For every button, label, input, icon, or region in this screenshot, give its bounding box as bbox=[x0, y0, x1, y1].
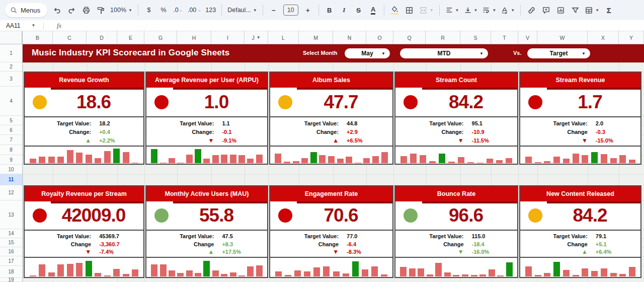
row-header-10[interactable]: 10 bbox=[0, 165, 22, 174]
column-header-M[interactable]: M bbox=[299, 31, 333, 44]
spark-bar bbox=[563, 270, 570, 276]
text-color-button[interactable]: A bbox=[368, 4, 378, 17]
row-header-9[interactable]: 9 bbox=[0, 155, 22, 165]
undo-button[interactable] bbox=[52, 4, 62, 17]
column-header-E[interactable]: E bbox=[117, 31, 144, 44]
bold-button[interactable]: B bbox=[325, 4, 335, 17]
formula-input[interactable] bbox=[61, 20, 644, 31]
month-dropdown[interactable]: May▼ bbox=[345, 48, 390, 58]
decrease-font-size-button[interactable]: − bbox=[269, 4, 279, 17]
row-headers[interactable]: 12345678910111213141516171819 bbox=[0, 44, 23, 282]
compare-dropdown[interactable]: Target▼ bbox=[527, 48, 590, 58]
spark-bar bbox=[479, 274, 486, 276]
row-header-8[interactable]: 8 bbox=[0, 145, 22, 155]
trend-arrow-icon: ▼ bbox=[395, 137, 464, 144]
decrease-decimal-button[interactable]: .0← bbox=[173, 4, 183, 17]
spark-bar bbox=[343, 273, 349, 276]
kpi-sparkline-chart bbox=[520, 257, 640, 277]
font-size-input[interactable]: 10 bbox=[283, 5, 298, 16]
insert-chart-button[interactable] bbox=[555, 4, 566, 17]
row-header-7[interactable]: 7 bbox=[0, 135, 22, 145]
column-header-C[interactable]: C bbox=[53, 31, 87, 44]
row-header-6[interactable]: 6 bbox=[0, 125, 22, 135]
format-currency-button[interactable]: $ bbox=[144, 4, 154, 17]
column-headers[interactable]: BCDEGHIJ▼LMNOQRSTVWXY bbox=[23, 31, 644, 44]
row-header-13[interactable]: 13 bbox=[0, 200, 22, 229]
create-filter-button[interactable] bbox=[570, 4, 580, 17]
spark-bar bbox=[104, 151, 111, 163]
merge-cells-button[interactable]: ▼ bbox=[419, 4, 434, 17]
column-header-R[interactable]: R bbox=[426, 31, 460, 44]
column-header-G[interactable]: G bbox=[144, 31, 177, 44]
column-header-N[interactable]: N bbox=[333, 31, 366, 44]
kpi-card-title-bar: Monthly Active Users (MAU) bbox=[146, 186, 267, 201]
insert-comment-button[interactable] bbox=[541, 4, 551, 17]
trend-arrow-icon: ▲ bbox=[270, 137, 339, 144]
row-header-4[interactable]: 4 bbox=[0, 87, 22, 116]
row-header-11[interactable]: 11 bbox=[0, 174, 22, 185]
row-header-12[interactable]: 12 bbox=[0, 185, 22, 200]
format-percent-button[interactable]: % bbox=[158, 4, 169, 17]
borders-button[interactable] bbox=[405, 4, 415, 17]
column-header-W[interactable]: W bbox=[537, 31, 588, 44]
font-select[interactable]: Defaul...▼ bbox=[227, 4, 257, 17]
increase-font-size-button[interactable]: + bbox=[303, 4, 313, 17]
row-header-16[interactable]: 16 bbox=[0, 247, 22, 256]
increase-decimal-button[interactable]: .00→ bbox=[188, 4, 201, 17]
row-header-1[interactable]: 1 bbox=[0, 44, 22, 62]
column-header-label: V bbox=[526, 35, 529, 41]
spark-bar bbox=[221, 274, 227, 276]
target-label: Target Value: bbox=[395, 120, 464, 126]
period-dropdown[interactable]: MTD▼ bbox=[400, 48, 488, 58]
redo-button[interactable] bbox=[66, 4, 76, 17]
vertical-align-button[interactable]: ▼ bbox=[464, 4, 478, 17]
spark-bar bbox=[544, 273, 550, 276]
italic-button[interactable]: I bbox=[339, 4, 349, 17]
horizontal-align-button[interactable]: ▼ bbox=[445, 4, 459, 17]
text-wrap-button[interactable]: ▼ bbox=[482, 4, 496, 17]
row-header-3[interactable]: 3 bbox=[0, 72, 22, 87]
select-all-corner[interactable] bbox=[0, 31, 23, 44]
gridline bbox=[23, 174, 644, 175]
fill-color-button[interactable] bbox=[390, 4, 400, 17]
insert-table-button[interactable]: ▼ bbox=[585, 4, 599, 17]
kpi-stats-section: Target Value:95.1Change:-10.9▼-11.5% bbox=[395, 116, 517, 146]
print-button[interactable] bbox=[81, 4, 91, 17]
column-header-X[interactable]: X bbox=[588, 31, 619, 44]
row-header-19[interactable]: 19 bbox=[0, 278, 22, 282]
column-header-H[interactable]: H bbox=[177, 31, 211, 44]
column-header-label: S bbox=[473, 35, 477, 41]
text-rotation-button[interactable]: ▼ bbox=[501, 4, 515, 17]
name-box[interactable]: AA11 ▼ bbox=[0, 22, 43, 29]
change-row: Change:+0.4 bbox=[25, 127, 143, 136]
column-header-O[interactable]: O bbox=[366, 31, 393, 44]
row-header-17[interactable]: 17 bbox=[0, 256, 22, 266]
zoom-select[interactable]: 100%▼ bbox=[110, 4, 132, 17]
trend-arrow-icon: ▼ bbox=[146, 137, 214, 144]
column-header-D[interactable]: D bbox=[87, 31, 117, 44]
column-header-Y[interactable]: Y bbox=[619, 31, 644, 44]
row-header-18[interactable]: 18 bbox=[0, 266, 22, 278]
spark-bar bbox=[591, 271, 598, 276]
column-header-V[interactable]: V bbox=[518, 31, 537, 44]
column-header-Q[interactable]: Q bbox=[393, 31, 426, 44]
row-header-2[interactable]: 2 bbox=[0, 62, 22, 72]
column-header-S[interactable]: S bbox=[460, 31, 491, 44]
column-header-L[interactable]: L bbox=[268, 31, 299, 44]
row-header-14[interactable]: 14 bbox=[0, 229, 22, 238]
column-header-B[interactable]: B bbox=[23, 31, 53, 44]
column-header-J[interactable]: J▼ bbox=[245, 31, 268, 44]
target-label: Target Value: bbox=[520, 233, 588, 239]
row-header-15[interactable]: 15 bbox=[0, 238, 22, 247]
column-header-T[interactable]: T bbox=[491, 31, 518, 44]
menus-button[interactable]: Menus bbox=[5, 3, 47, 17]
row-header-5[interactable]: 5 bbox=[0, 116, 22, 125]
format-123-button[interactable]: 123 bbox=[205, 4, 216, 17]
functions-button[interactable]: Σ bbox=[604, 4, 614, 17]
column-filter-icon[interactable]: ▼ bbox=[257, 35, 261, 40]
paint-format-button[interactable] bbox=[96, 4, 106, 17]
insert-link-button[interactable] bbox=[526, 4, 536, 17]
column-header-I[interactable]: I bbox=[211, 31, 245, 44]
spark-bar bbox=[420, 155, 426, 164]
strikethrough-button[interactable]: S bbox=[354, 4, 364, 17]
